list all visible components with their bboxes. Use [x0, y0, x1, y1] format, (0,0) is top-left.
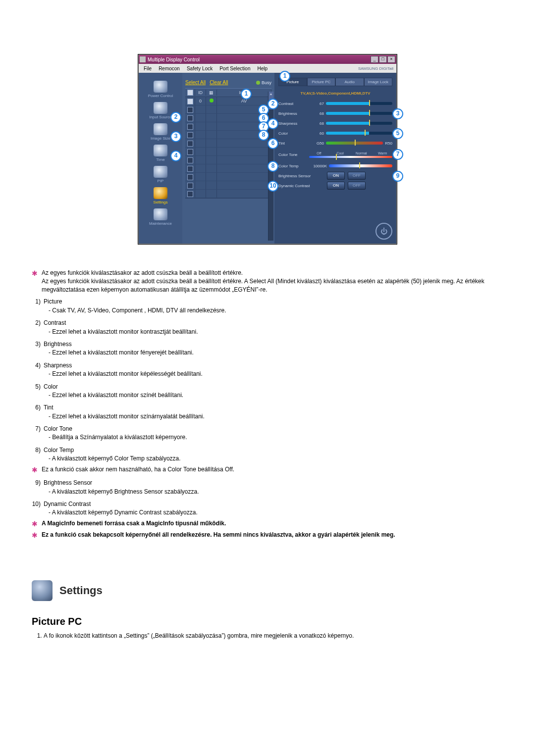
dynamic-contrast-off[interactable]: OFF [348, 182, 366, 190]
list-number: 6) [32, 403, 41, 421]
power-button-icon[interactable]: ⏻ [375, 223, 392, 240]
tab-image-lock[interactable]: Image Lock [364, 78, 393, 86]
source-info: TV,AV,S-Video,Component,HDMI,DTV [278, 91, 392, 96]
table-row[interactable]: 7 [185, 122, 271, 131]
table-row[interactable] [185, 181, 271, 190]
status-dot-icon [210, 99, 214, 102]
close-button[interactable]: × [387, 56, 395, 63]
table-row[interactable]: 6 [185, 114, 271, 122]
callout-4: 4 [268, 118, 278, 129]
settings-heading-icon [32, 580, 53, 601]
tone-off[interactable]: Off [309, 151, 329, 155]
row-checkbox[interactable] [187, 132, 193, 138]
list-body: Contrast- Ezzel lehet a kiválasztott mon… [44, 319, 503, 336]
busy-dot-icon [256, 81, 260, 85]
sharpness-slider[interactable] [326, 122, 392, 125]
row-checkbox[interactable] [187, 183, 193, 189]
sidebar-label: Settings [154, 200, 168, 204]
menu-remocon[interactable]: Remocon [156, 66, 183, 71]
color-temp-slider[interactable] [329, 164, 392, 167]
row-checkbox[interactable] [187, 141, 193, 147]
menu-port-selection[interactable]: Port Selection [216, 66, 253, 71]
contrast-slider[interactable] [326, 102, 392, 105]
table-row[interactable] [185, 148, 271, 156]
color-tone-label: Color Tone [278, 152, 307, 157]
star-icon: ✱ [32, 269, 38, 294]
callout-2: 2 [268, 99, 278, 109]
star-icon: ✱ [32, 531, 38, 541]
sidebar-item-image-size[interactable]: Image Size 3 [142, 122, 179, 143]
row-checkbox[interactable] [187, 191, 193, 197]
callout-8a: 8 [258, 130, 269, 141]
star-icon: ✱ [32, 519, 38, 529]
color-temp-value: 10000K [309, 164, 327, 168]
minimize-button[interactable]: _ [371, 56, 378, 63]
scroll-up-icon[interactable]: ▴ [268, 92, 273, 97]
table-row[interactable] [185, 173, 271, 181]
tone-warm[interactable]: Warm [373, 151, 392, 155]
note-power-text: Ez a funkció csak bekapcsolt képernyőnél… [42, 531, 395, 541]
table-row[interactable] [185, 164, 271, 173]
list-title: Sharpness [44, 361, 503, 370]
table-row[interactable] [185, 156, 271, 164]
sidebar-item-settings[interactable]: Settings [142, 186, 179, 206]
list-item: 7)Color Tone- Beállítja a Színárnyalatot… [32, 425, 503, 442]
table-row[interactable] [185, 139, 271, 148]
sidebar-item-maintenance[interactable]: Maintenance [142, 207, 179, 228]
row-checkbox[interactable] [187, 166, 193, 172]
row-checkbox[interactable] [187, 124, 193, 130]
color-label: Color [278, 131, 307, 136]
clear-all-button[interactable]: Clear All [210, 80, 228, 85]
row-checkbox[interactable] [187, 149, 193, 155]
dynamic-contrast-on[interactable]: ON [327, 182, 345, 190]
color-tone-slider[interactable] [309, 156, 392, 158]
instructions-list: A fo ikonok között kattintson a „Setting… [32, 631, 503, 640]
list-desc: - Ezzel lehet a kiválasztott monitor kon… [49, 328, 503, 336]
color-slider[interactable] [326, 132, 392, 135]
row-checkbox[interactable] [187, 115, 193, 121]
table-row[interactable]: 5 [185, 105, 271, 114]
sidebar-item-input[interactable]: Input Source 2 [142, 101, 179, 121]
row-checkbox[interactable] [187, 107, 193, 113]
settings-title: Settings [59, 584, 103, 597]
brightness-sensor-on[interactable]: ON [327, 172, 345, 180]
note-line-1: Az egyes funkciók kiválasztásakor az ado… [42, 269, 503, 277]
settings-panel: 1 Picture Picture PC Audio Image Lock TV… [274, 73, 396, 244]
table-row[interactable]: 8 [185, 131, 271, 139]
select-all-button[interactable]: Select All [185, 80, 206, 85]
list-desc: - Ezzel lehet a kiválasztott monitor szí… [49, 412, 503, 421]
tone-cool[interactable]: Cool [330, 151, 350, 155]
header-checkbox[interactable]: ✓ [187, 90, 193, 96]
brightness-sensor-off[interactable]: OFF [348, 172, 366, 180]
row-checkbox[interactable] [187, 99, 193, 104]
tab-picture-pc[interactable]: Picture PC [307, 78, 336, 86]
tint-slider[interactable] [326, 142, 383, 145]
menu-file[interactable]: File [141, 66, 155, 71]
list-item: 1)Picture- Csak TV, AV, S-Video, Compone… [32, 298, 503, 315]
brightness-slider[interactable] [326, 112, 392, 115]
menu-safety-lock[interactable]: Safety Lock [184, 66, 215, 71]
list-title: Brightness [44, 340, 503, 349]
app-window: Multiple Display Control _ □ × File Remo… [138, 54, 397, 244]
note-line-2: Az egyes funkciók kiválasztásakor az ado… [42, 277, 503, 294]
tone-normal[interactable]: Normal [352, 151, 372, 155]
row-checkbox[interactable] [187, 174, 193, 180]
list-body: Sharpness- Ezzel lehet a kiválasztott mo… [44, 361, 503, 379]
list-title: Color [44, 383, 503, 391]
table-row[interactable]: 0 AV [185, 97, 271, 105]
sidebar-item-time[interactable]: Time 4 [142, 144, 179, 164]
sidebar-item-pip[interactable]: PIP [142, 165, 179, 185]
tab-audio[interactable]: Audio [335, 78, 364, 86]
list-title: Color Temp [44, 446, 503, 454]
callout-3: 3 [392, 108, 403, 119]
sidebar-item-power[interactable]: Power Control [142, 80, 179, 100]
list-body: Color Tone- Beállítja a Színárnyalatot a… [44, 425, 503, 442]
list-title: Tint [44, 403, 503, 412]
row-checkbox[interactable] [187, 157, 193, 163]
sidebar-label: Input Source [149, 115, 171, 119]
table-row[interactable] [185, 190, 271, 198]
brightness-sensor-label: Brightness Sensor [278, 174, 325, 178]
maximize-button[interactable]: □ [379, 56, 387, 63]
menu-help[interactable]: Help [254, 66, 270, 71]
list-desc: - A kiválasztott képernyő Dynamic Contra… [49, 508, 503, 517]
